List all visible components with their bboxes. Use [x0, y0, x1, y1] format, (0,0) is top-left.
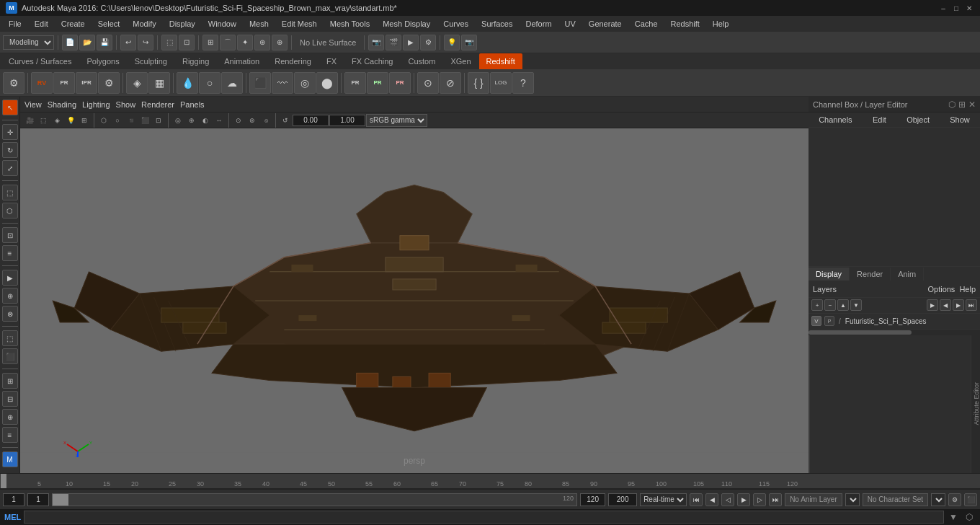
ring-icon[interactable]: ◎ — [294, 72, 316, 94]
rv-icon[interactable]: RV — [31, 72, 53, 94]
drop-icon[interactable]: 💧 — [177, 72, 198, 94]
render-tab[interactable]: Render — [850, 268, 891, 281]
vp-coord1-input[interactable] — [293, 115, 329, 126]
mode-tab-custom[interactable]: Custom — [401, 53, 443, 69]
settings-icon[interactable]: ⚙ — [3, 72, 24, 94]
sphere-icon[interactable]: ○ — [199, 72, 220, 94]
script-icon[interactable]: { } — [468, 72, 489, 94]
mode-tab-rigging[interactable]: Rigging — [175, 53, 216, 69]
mode-select[interactable]: Modeling — [3, 35, 54, 50]
pr-icon3[interactable]: PR — [367, 72, 388, 94]
snap-proj[interactable]: ⊕ — [272, 35, 288, 50]
menu-item-curves[interactable]: Curves — [437, 18, 474, 30]
anim-settings-btn[interactable]: ⚙ — [948, 493, 961, 506]
next-frame-btn[interactable]: ▷ — [753, 493, 766, 506]
menu-item-generate[interactable]: Generate — [583, 18, 628, 30]
vp-dof[interactable]: ◐ — [199, 114, 212, 127]
vp-show-menu[interactable]: Show — [116, 100, 136, 109]
vp-ssao[interactable]: ◎ — [172, 114, 184, 127]
right-panel-controls[interactable]: ⬡ ⊞ ✕ — [948, 100, 976, 110]
snap-point[interactable]: ✦ — [237, 35, 253, 50]
ipr-icon[interactable]: IPR — [76, 72, 97, 94]
rp-expand-icon[interactable]: ⬡ — [948, 100, 956, 110]
menu-item-deform[interactable]: Deform — [520, 18, 557, 30]
paint-tool[interactable]: ⬡ — [2, 203, 18, 219]
wave-icon[interactable]: 〰 — [272, 72, 293, 94]
undo-btn[interactable]: ↩ — [120, 35, 136, 50]
menu-item-cache[interactable]: Cache — [629, 18, 664, 30]
edit-menu[interactable]: Edit — [873, 115, 886, 124]
anim-layer-select[interactable]: ▼ — [845, 493, 860, 506]
select-btn[interactable]: ⬚ — [161, 35, 177, 50]
vp-hud2[interactable]: ⊚ — [246, 114, 259, 127]
lasso-tool[interactable]: ⬚ — [2, 185, 18, 200]
layer-menu-btn[interactable]: ▶ — [927, 299, 938, 311]
new-btn[interactable]: 📄 — [62, 35, 78, 50]
command-input[interactable] — [24, 511, 944, 524]
layer-item[interactable]: V P / Futuristic_Sci_Fi_Spaces — [808, 314, 980, 330]
layer-del-btn[interactable]: − — [824, 299, 836, 311]
maya-tool[interactable]: M — [2, 451, 18, 467]
mode-tab-sculpting[interactable]: Sculpting — [128, 53, 174, 69]
timeline-ruler[interactable]: 5101520253035404550556065707580859095100… — [0, 473, 980, 489]
vp-refresh[interactable]: ↺ — [279, 114, 292, 127]
tool12[interactable]: ≡ — [2, 427, 18, 443]
tool6[interactable]: ⊗ — [2, 306, 18, 322]
char-set-select[interactable]: ▼ — [931, 493, 945, 506]
disk-icon[interactable]: ⬤ — [316, 72, 338, 94]
vp-light1[interactable]: 💡 — [64, 114, 77, 127]
render-tool[interactable]: ▶ — [2, 270, 18, 286]
frame-current-input[interactable] — [27, 493, 49, 506]
cloud-icon[interactable]: ☁ — [221, 72, 243, 94]
mode-tab-curves-surfaces[interactable]: Curves / Surfaces — [1, 53, 79, 69]
menu-item-uv[interactable]: UV — [559, 18, 582, 30]
vp-cam-btn[interactable]: 🎥 — [23, 114, 36, 127]
vp-colorspace-select[interactable]: sRGB gamma — [366, 114, 427, 127]
layer-add-btn[interactable]: + — [811, 299, 823, 311]
mode-tab-rendering[interactable]: Rendering — [267, 53, 318, 69]
menu-item-mesh[interactable]: Mesh — [244, 18, 275, 30]
lasso-btn[interactable]: ⊡ — [179, 35, 195, 50]
box-icon[interactable]: ◈ — [126, 72, 148, 94]
menu-item-file[interactable]: File — [3, 18, 27, 30]
play-fwd-btn[interactable]: ▶ — [737, 493, 750, 506]
menu-item-mesh-display[interactable]: Mesh Display — [377, 18, 436, 30]
vp-coord2-input[interactable] — [329, 115, 365, 126]
vp-flat[interactable]: ◾ — [125, 114, 138, 127]
tool9[interactable]: ⊞ — [2, 373, 18, 389]
menu-item-select[interactable]: Select — [92, 18, 126, 30]
display-tab[interactable]: Display — [808, 268, 850, 281]
vp-aa[interactable]: ⊕ — [185, 114, 198, 127]
open-btn[interactable]: 📂 — [79, 35, 95, 50]
layers-scrollbar[interactable] — [808, 330, 980, 335]
pr-icon1[interactable]: PR — [53, 72, 75, 94]
cam-btn[interactable]: 📷 — [461, 35, 477, 50]
pr-icon4[interactable]: PR — [389, 72, 411, 94]
maximize-button[interactable]: □ — [951, 3, 961, 13]
snap-grid[interactable]: ⊞ — [202, 35, 218, 50]
anim-tab[interactable]: Anim — [891, 268, 924, 281]
vp-tex[interactable]: ⬛ — [138, 114, 151, 127]
light-btn[interactable]: 💡 — [444, 35, 460, 50]
mode-tab-polygons[interactable]: Polygons — [79, 53, 126, 69]
tool7[interactable]: ⬚ — [2, 330, 18, 346]
playbar[interactable]: 120 — [52, 493, 577, 506]
skip-end-btn[interactable]: ⏭ — [769, 493, 782, 506]
mode-tab-xgen[interactable]: XGen — [443, 53, 478, 69]
render-cam[interactable]: 📷 — [368, 35, 384, 50]
object-menu[interactable]: Object — [906, 115, 930, 124]
layer-next-btn[interactable]: ▶ — [953, 299, 964, 311]
layers-help-menu[interactable]: Help — [959, 285, 976, 294]
save-btn[interactable]: 💾 — [97, 35, 112, 50]
vp-wire[interactable]: ⬡ — [97, 114, 110, 127]
script-editor-icon[interactable]: ⬡ — [963, 511, 976, 524]
split-icon[interactable]: ▦ — [148, 72, 170, 94]
menu-item-modify[interactable]: Modify — [127, 18, 161, 30]
anim-end-input[interactable] — [608, 493, 637, 506]
title-controls[interactable]: – □ ✕ — [938, 3, 974, 13]
vp-renderer-menu[interactable]: Renderer — [141, 100, 174, 109]
play-back-btn[interactable]: ◁ — [721, 493, 734, 506]
menu-item-redshift[interactable]: Redshift — [665, 18, 705, 30]
menu-item-display[interactable]: Display — [164, 18, 201, 30]
mode-tab-animation[interactable]: Animation — [217, 53, 267, 69]
